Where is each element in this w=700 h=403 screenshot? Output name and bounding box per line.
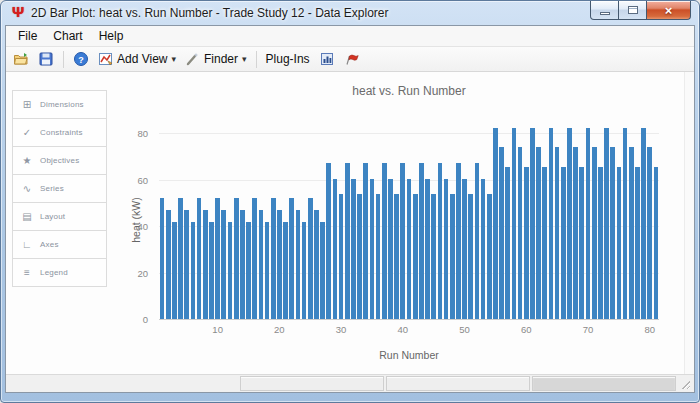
finder-button[interactable]: Finder ▾ [182,49,250,69]
bar-run-53[interactable] [481,179,486,319]
menu-file[interactable]: File [10,27,45,45]
add-view-button[interactable]: Add View ▾ [95,49,179,69]
bar-run-8[interactable] [203,210,208,319]
bar-run-13[interactable] [234,198,239,319]
bar-run-14[interactable] [240,210,245,319]
bar-run-67[interactable] [567,128,572,319]
bar-run-58[interactable] [512,128,517,319]
bar-run-49[interactable] [456,163,461,319]
bar-run-69[interactable] [579,167,584,320]
bar-run-23[interactable] [296,210,301,319]
bar-run-74[interactable] [610,147,615,319]
sidebar-item-series[interactable]: ∿ Series [12,174,107,203]
resize-grip-icon[interactable] [678,376,692,391]
bar-run-18[interactable] [265,222,270,319]
maximize-button[interactable] [619,1,646,20]
bar-run-46[interactable] [438,163,443,319]
bar-run-60[interactable] [524,167,529,320]
bar-run-57[interactable] [505,167,510,320]
bar-run-11[interactable] [221,210,226,319]
bar-run-70[interactable] [586,128,591,319]
bar-run-78[interactable] [635,167,640,320]
bar-run-1[interactable] [160,198,165,319]
bar-run-36[interactable] [376,194,381,319]
plugin-button-2[interactable] [341,49,363,69]
bar-run-76[interactable] [623,128,628,319]
bar-run-30[interactable] [339,194,344,319]
bar-run-25[interactable] [308,198,313,319]
bar-run-20[interactable] [277,210,282,319]
bar-run-56[interactable] [499,147,504,319]
sidebar-item-axes[interactable]: ∟ Axes [12,230,107,259]
menu-help[interactable]: Help [91,27,132,45]
bar-run-5[interactable] [184,210,189,319]
bar-run-45[interactable] [431,194,436,319]
bar-run-71[interactable] [592,147,597,319]
bar-run-80[interactable] [647,147,652,319]
bar-run-28[interactable] [326,163,331,319]
vertical-scrollbar[interactable] [684,72,694,374]
bar-run-52[interactable] [475,163,480,319]
bar-run-62[interactable] [536,147,541,319]
close-button[interactable]: × [646,1,691,20]
bar-run-10[interactable] [215,198,220,319]
bar-run-79[interactable] [641,128,646,319]
bar-run-44[interactable] [425,179,430,319]
bar-run-37[interactable] [382,163,387,319]
bar-run-15[interactable] [246,222,251,319]
bar-run-3[interactable] [172,222,177,319]
bar-run-54[interactable] [487,194,492,319]
bar-run-68[interactable] [573,147,578,319]
bar-run-64[interactable] [549,128,554,319]
title-bar[interactable]: Ψ 2D Bar Plot: heat vs. Run Number - Tra… [1,1,699,25]
sidebar-item-objectives[interactable]: ★ Objectives [12,146,107,175]
bar-run-19[interactable] [271,198,276,319]
bar-run-9[interactable] [209,222,214,319]
bar-run-63[interactable] [542,167,547,320]
bar-run-42[interactable] [413,194,418,319]
bar-run-38[interactable] [388,179,393,319]
bar-run-72[interactable] [598,167,603,320]
save-button[interactable] [35,49,57,69]
bar-run-27[interactable] [320,222,325,319]
bar-run-47[interactable] [444,179,449,319]
bar-run-17[interactable] [259,210,264,319]
bar-run-21[interactable] [283,222,288,319]
bar-run-31[interactable] [345,163,350,319]
bar-run-41[interactable] [407,179,412,319]
bar-run-22[interactable] [289,198,294,319]
sidebar-item-constraints[interactable]: ✓ Constraints [12,118,107,147]
bar-run-12[interactable] [228,222,233,319]
bar-run-32[interactable] [351,179,356,319]
bar-run-7[interactable] [197,198,202,319]
sidebar-item-legend[interactable]: ≡ Legend [12,258,107,287]
menu-chart[interactable]: Chart [45,27,90,45]
bar-run-35[interactable] [370,179,375,319]
bar-run-34[interactable] [363,163,368,319]
bar-run-61[interactable] [530,128,535,319]
bar-run-40[interactable] [400,163,405,319]
bar-run-66[interactable] [561,167,566,320]
bar-run-59[interactable] [518,147,523,319]
bar-run-73[interactable] [604,128,609,319]
bar-run-50[interactable] [462,179,467,319]
bar-run-75[interactable] [617,167,622,320]
plugin-button-1[interactable] [316,49,338,69]
bar-run-77[interactable] [629,147,634,319]
help-button[interactable]: ? [70,49,92,69]
bar-run-48[interactable] [450,194,455,319]
bar-run-39[interactable] [394,194,399,319]
bar-run-16[interactable] [252,198,257,319]
open-button[interactable] [10,49,32,69]
bar-run-51[interactable] [468,194,473,319]
bar-run-26[interactable] [314,210,319,319]
minimize-button[interactable] [590,1,619,20]
bar-run-55[interactable] [493,128,498,319]
sidebar-item-layout[interactable]: ▤ Layout [12,202,107,231]
bar-run-65[interactable] [555,147,560,319]
bar-run-81[interactable] [654,167,659,320]
bar-run-43[interactable] [419,163,424,319]
bar-run-4[interactable] [178,198,183,319]
bar-run-29[interactable] [333,179,338,319]
sidebar-item-dimensions[interactable]: ⊞ Dimensions [12,90,107,119]
